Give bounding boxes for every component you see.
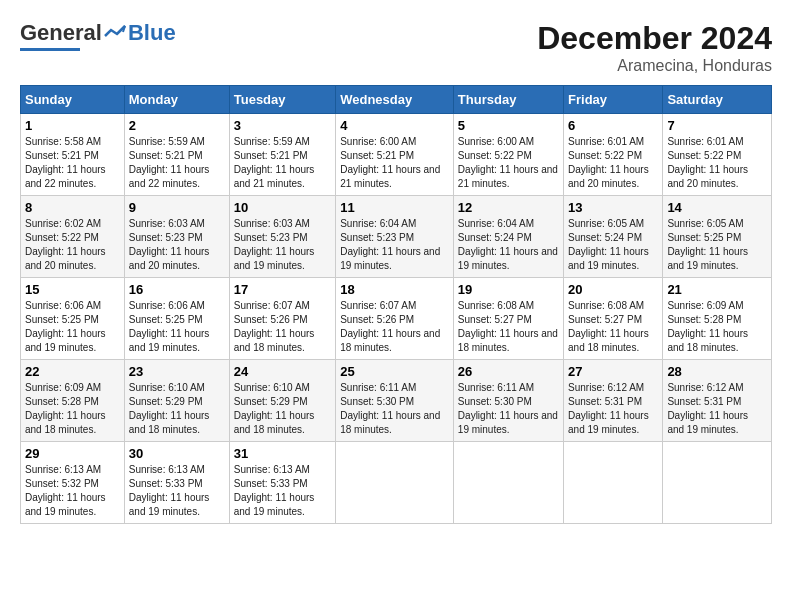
day-cell: 22Sunrise: 6:09 AMSunset: 5:28 PMDayligh…	[21, 360, 125, 442]
day-number: 25	[340, 364, 449, 379]
day-cell: 12Sunrise: 6:04 AMSunset: 5:24 PMDayligh…	[453, 196, 563, 278]
day-cell	[564, 442, 663, 524]
day-number: 31	[234, 446, 331, 461]
day-cell: 17Sunrise: 6:07 AMSunset: 5:26 PMDayligh…	[229, 278, 335, 360]
logo-underline	[20, 48, 80, 51]
title-block: December 2024 Aramecina, Honduras	[537, 20, 772, 75]
week-row-2: 8Sunrise: 6:02 AMSunset: 5:22 PMDaylight…	[21, 196, 772, 278]
day-cell: 5Sunrise: 6:00 AMSunset: 5:22 PMDaylight…	[453, 114, 563, 196]
day-cell: 16Sunrise: 6:06 AMSunset: 5:25 PMDayligh…	[124, 278, 229, 360]
day-info: Sunrise: 6:09 AMSunset: 5:28 PMDaylight:…	[25, 381, 120, 437]
day-number: 21	[667, 282, 767, 297]
day-number: 18	[340, 282, 449, 297]
day-cell: 28Sunrise: 6:12 AMSunset: 5:31 PMDayligh…	[663, 360, 772, 442]
day-info: Sunrise: 6:07 AMSunset: 5:26 PMDaylight:…	[234, 299, 331, 355]
day-cell: 26Sunrise: 6:11 AMSunset: 5:30 PMDayligh…	[453, 360, 563, 442]
header-sunday: Sunday	[21, 86, 125, 114]
day-number: 22	[25, 364, 120, 379]
page-header: GeneralBlue December 2024 Aramecina, Hon…	[20, 20, 772, 75]
day-info: Sunrise: 6:01 AMSunset: 5:22 PMDaylight:…	[667, 135, 767, 191]
day-info: Sunrise: 6:00 AMSunset: 5:21 PMDaylight:…	[340, 135, 449, 191]
day-cell: 21Sunrise: 6:09 AMSunset: 5:28 PMDayligh…	[663, 278, 772, 360]
day-number: 12	[458, 200, 559, 215]
day-number: 23	[129, 364, 225, 379]
day-info: Sunrise: 6:13 AMSunset: 5:33 PMDaylight:…	[129, 463, 225, 519]
day-info: Sunrise: 6:05 AMSunset: 5:24 PMDaylight:…	[568, 217, 658, 273]
day-cell: 11Sunrise: 6:04 AMSunset: 5:23 PMDayligh…	[336, 196, 454, 278]
day-cell: 20Sunrise: 6:08 AMSunset: 5:27 PMDayligh…	[564, 278, 663, 360]
day-number: 16	[129, 282, 225, 297]
day-cell: 6Sunrise: 6:01 AMSunset: 5:22 PMDaylight…	[564, 114, 663, 196]
day-number: 6	[568, 118, 658, 133]
day-cell	[453, 442, 563, 524]
day-number: 30	[129, 446, 225, 461]
bird-icon	[103, 24, 127, 44]
day-info: Sunrise: 6:12 AMSunset: 5:31 PMDaylight:…	[667, 381, 767, 437]
day-cell: 3Sunrise: 5:59 AMSunset: 5:21 PMDaylight…	[229, 114, 335, 196]
day-cell: 29Sunrise: 6:13 AMSunset: 5:32 PMDayligh…	[21, 442, 125, 524]
day-info: Sunrise: 5:59 AMSunset: 5:21 PMDaylight:…	[234, 135, 331, 191]
day-info: Sunrise: 6:04 AMSunset: 5:23 PMDaylight:…	[340, 217, 449, 273]
day-cell: 24Sunrise: 6:10 AMSunset: 5:29 PMDayligh…	[229, 360, 335, 442]
day-cell: 23Sunrise: 6:10 AMSunset: 5:29 PMDayligh…	[124, 360, 229, 442]
day-info: Sunrise: 6:08 AMSunset: 5:27 PMDaylight:…	[568, 299, 658, 355]
calendar-table: SundayMondayTuesdayWednesdayThursdayFrid…	[20, 85, 772, 524]
day-cell: 10Sunrise: 6:03 AMSunset: 5:23 PMDayligh…	[229, 196, 335, 278]
header-thursday: Thursday	[453, 86, 563, 114]
day-info: Sunrise: 6:10 AMSunset: 5:29 PMDaylight:…	[234, 381, 331, 437]
day-number: 3	[234, 118, 331, 133]
day-info: Sunrise: 6:06 AMSunset: 5:25 PMDaylight:…	[129, 299, 225, 355]
day-cell: 14Sunrise: 6:05 AMSunset: 5:25 PMDayligh…	[663, 196, 772, 278]
day-info: Sunrise: 6:00 AMSunset: 5:22 PMDaylight:…	[458, 135, 559, 191]
logo: GeneralBlue	[20, 20, 176, 51]
header-saturday: Saturday	[663, 86, 772, 114]
day-number: 8	[25, 200, 120, 215]
day-number: 27	[568, 364, 658, 379]
day-info: Sunrise: 6:07 AMSunset: 5:26 PMDaylight:…	[340, 299, 449, 355]
day-cell: 4Sunrise: 6:00 AMSunset: 5:21 PMDaylight…	[336, 114, 454, 196]
week-row-4: 22Sunrise: 6:09 AMSunset: 5:28 PMDayligh…	[21, 360, 772, 442]
day-number: 10	[234, 200, 331, 215]
day-number: 9	[129, 200, 225, 215]
day-number: 24	[234, 364, 331, 379]
day-cell: 30Sunrise: 6:13 AMSunset: 5:33 PMDayligh…	[124, 442, 229, 524]
header-tuesday: Tuesday	[229, 86, 335, 114]
day-cell: 7Sunrise: 6:01 AMSunset: 5:22 PMDaylight…	[663, 114, 772, 196]
day-number: 14	[667, 200, 767, 215]
day-info: Sunrise: 5:59 AMSunset: 5:21 PMDaylight:…	[129, 135, 225, 191]
day-number: 13	[568, 200, 658, 215]
day-info: Sunrise: 6:12 AMSunset: 5:31 PMDaylight:…	[568, 381, 658, 437]
day-cell: 18Sunrise: 6:07 AMSunset: 5:26 PMDayligh…	[336, 278, 454, 360]
page-subtitle: Aramecina, Honduras	[537, 57, 772, 75]
day-number: 4	[340, 118, 449, 133]
day-info: Sunrise: 6:13 AMSunset: 5:33 PMDaylight:…	[234, 463, 331, 519]
day-cell: 2Sunrise: 5:59 AMSunset: 5:21 PMDaylight…	[124, 114, 229, 196]
day-cell	[663, 442, 772, 524]
day-number: 29	[25, 446, 120, 461]
day-info: Sunrise: 6:09 AMSunset: 5:28 PMDaylight:…	[667, 299, 767, 355]
day-number: 17	[234, 282, 331, 297]
day-cell: 8Sunrise: 6:02 AMSunset: 5:22 PMDaylight…	[21, 196, 125, 278]
day-number: 5	[458, 118, 559, 133]
day-number: 26	[458, 364, 559, 379]
day-info: Sunrise: 6:03 AMSunset: 5:23 PMDaylight:…	[234, 217, 331, 273]
day-number: 19	[458, 282, 559, 297]
day-info: Sunrise: 6:04 AMSunset: 5:24 PMDaylight:…	[458, 217, 559, 273]
day-cell: 19Sunrise: 6:08 AMSunset: 5:27 PMDayligh…	[453, 278, 563, 360]
day-number: 2	[129, 118, 225, 133]
day-info: Sunrise: 6:02 AMSunset: 5:22 PMDaylight:…	[25, 217, 120, 273]
day-number: 28	[667, 364, 767, 379]
day-cell: 15Sunrise: 6:06 AMSunset: 5:25 PMDayligh…	[21, 278, 125, 360]
day-info: Sunrise: 6:13 AMSunset: 5:32 PMDaylight:…	[25, 463, 120, 519]
day-info: Sunrise: 6:11 AMSunset: 5:30 PMDaylight:…	[340, 381, 449, 437]
day-number: 20	[568, 282, 658, 297]
logo-text: GeneralBlue	[20, 20, 176, 46]
week-row-5: 29Sunrise: 6:13 AMSunset: 5:32 PMDayligh…	[21, 442, 772, 524]
day-cell	[336, 442, 454, 524]
header-wednesday: Wednesday	[336, 86, 454, 114]
day-info: Sunrise: 6:11 AMSunset: 5:30 PMDaylight:…	[458, 381, 559, 437]
day-info: Sunrise: 6:06 AMSunset: 5:25 PMDaylight:…	[25, 299, 120, 355]
page-title: December 2024	[537, 20, 772, 57]
day-cell: 9Sunrise: 6:03 AMSunset: 5:23 PMDaylight…	[124, 196, 229, 278]
day-info: Sunrise: 6:05 AMSunset: 5:25 PMDaylight:…	[667, 217, 767, 273]
